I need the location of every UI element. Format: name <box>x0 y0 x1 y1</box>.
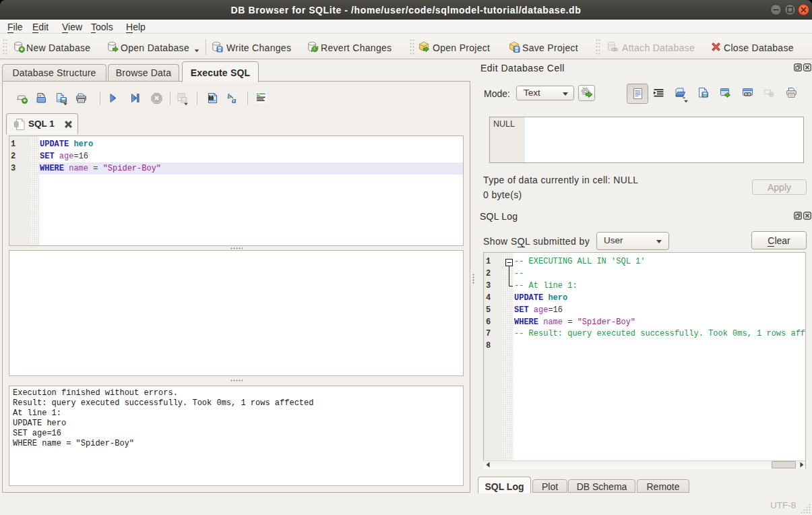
svg-text:b: b <box>228 92 232 100</box>
svg-text:a: a <box>232 95 237 104</box>
